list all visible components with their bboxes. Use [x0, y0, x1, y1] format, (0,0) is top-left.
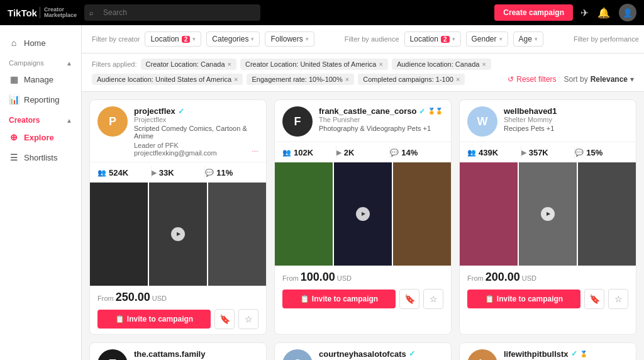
audience-location-filter-button[interactable]: Location 2 ▾	[404, 31, 461, 47]
filter-tag-5-remove[interactable]: ×	[345, 76, 349, 83]
avatar[interactable]: 👤	[619, 4, 636, 21]
filter-tag-6-remove[interactable]: ×	[456, 76, 460, 83]
creator-name: the.cattams.family	[134, 349, 205, 359]
avatar-placeholder: P	[97, 106, 128, 137]
campaigns-section-label: Campaigns	[9, 59, 44, 67]
verified-icon: ✓	[409, 349, 415, 358]
followers-filter-button[interactable]: Followers ▾	[265, 31, 314, 47]
creator-card: L lifewithpitbullstx ✓ 🏅 Life with Pitbu…	[459, 342, 636, 360]
engagement-value: 11%	[216, 168, 233, 177]
star-button[interactable]: ☆	[608, 289, 628, 309]
categories-filter-button[interactable]: Categories ▾	[206, 31, 260, 47]
campaigns-chevron-icon[interactable]: ▲	[66, 60, 72, 67]
card-stats: 👥 439K ▶ 357K 💬 15%	[460, 142, 636, 162]
location-filter-button[interactable]: Location 2 ▾	[145, 31, 201, 47]
filter-bar: Filter by creator Location 2 ▾ Categorie…	[82, 25, 644, 53]
card-avatar: L	[467, 349, 497, 360]
card-profile: P projectflex ✓ Projectflex Scripted Com…	[97, 106, 258, 157]
card-header: T the.cattams.family The Cattams Family …	[90, 343, 266, 360]
creator-marketplace-label: CreatorMarketplace	[40, 7, 77, 18]
sidebar-section-creators: Creators ▲	[0, 110, 81, 127]
card-header: W wellbehaved1 Shelter Mommy Recipes Pet…	[460, 100, 636, 142]
sort-chevron-icon: ▾	[630, 75, 634, 84]
age-filter-button[interactable]: Age ▾	[513, 31, 543, 47]
video-thumbnail[interactable]	[90, 183, 148, 286]
sidebar-item-manage[interactable]: ▦ Manage	[0, 69, 81, 89]
reset-icon: ↺	[508, 75, 514, 84]
invite-to-campaign-button[interactable]: 📋 Invite to campaign	[282, 290, 396, 308]
views-value: 33K	[159, 168, 174, 177]
invite-to-campaign-button[interactable]: 📋 Invite to campaign	[467, 290, 580, 308]
card-avatar: W	[467, 106, 497, 137]
send-icon[interactable]: ✈	[580, 7, 589, 19]
card-header: F frank_castle_cane_corso ✓ 🏅🏅 The Punis…	[275, 100, 451, 142]
filter-tag-5: Engagement rate: 10%-100% ×	[247, 74, 354, 85]
card-videos	[275, 162, 451, 266]
video-thumbnail[interactable]	[460, 162, 518, 266]
categories-chevron-icon: ▾	[251, 36, 254, 42]
video-thumbnail[interactable]	[578, 162, 636, 266]
card-profile: T the.cattams.family The Cattams Family …	[97, 349, 258, 360]
filter-tag-3-remove[interactable]: ×	[482, 60, 486, 68]
invite-to-campaign-button[interactable]: 📋 Invite to campaign	[97, 310, 211, 329]
sort-by-control[interactable]: Sort by Relevance ▾	[564, 75, 634, 84]
sidebar-item-shortlists[interactable]: ☰ Shortlists	[0, 147, 81, 167]
performance-filter-label: Filter by performance	[574, 35, 639, 43]
star-button[interactable]: ☆	[423, 289, 443, 309]
notification-icon[interactable]: 🔔	[597, 7, 610, 19]
sidebar-item-explore[interactable]: ⊕ Explore	[0, 127, 81, 147]
filter-tag-2-remove[interactable]: ×	[379, 60, 382, 68]
manage-icon: ▦	[9, 74, 19, 84]
filter-tag-2-text: Creator Location: United States of Ameri…	[245, 60, 377, 68]
card-handle: The Punisher	[319, 116, 443, 123]
age-chevron-icon: ▾	[535, 36, 538, 42]
filter-tag-4-remove[interactable]: ×	[234, 76, 238, 83]
search-input[interactable]	[84, 4, 260, 21]
bookmark-button[interactable]: 🔖	[584, 289, 604, 309]
video-thumbnail[interactable]	[519, 162, 577, 266]
invite-label: Invite to campaign	[127, 315, 193, 323]
views-stat: ▶ 33K	[152, 168, 205, 177]
reset-filters-button[interactable]: ↺ Reset filters	[508, 75, 556, 84]
card-profile: C courtneyhasalotofcats ✓ Courtney Lewis…	[282, 349, 443, 360]
creator-cards-grid: P projectflex ✓ Projectflex Scripted Com…	[82, 92, 644, 360]
creator-card: C courtneyhasalotofcats ✓ Courtney Lewis…	[274, 342, 452, 360]
price-amount: 200.00	[486, 271, 520, 284]
video-thumbnail[interactable]	[208, 183, 266, 286]
bookmark-button[interactable]: 🔖	[214, 309, 235, 329]
video-thumbnail[interactable]	[275, 162, 333, 266]
creator-filter-group: Filter by creator Location 2 ▾ Categorie…	[92, 31, 314, 47]
star-button[interactable]: ☆	[238, 309, 258, 329]
sort-value: Relevance	[591, 75, 628, 84]
video-thumbnail[interactable]	[149, 183, 207, 286]
filter-tag-1-remove[interactable]: ×	[228, 60, 231, 68]
followers-icon: 👥	[97, 169, 106, 177]
followers-stat: 👥 439K	[467, 148, 521, 157]
card-info: lifewithpitbullstx ✓ 🏅 Life with Pitbull…	[504, 349, 628, 360]
sidebar-explore-label: Explore	[24, 133, 54, 142]
price-amount: 100.00	[301, 271, 335, 284]
create-campaign-button[interactable]: Create campaign	[494, 4, 573, 21]
gender-filter-button[interactable]: Gender ▾	[466, 31, 508, 47]
avatar-placeholder: L	[467, 349, 497, 360]
sidebar-shortlists-label: Shortlists	[24, 153, 57, 162]
card-handle: Shelter Mommy	[504, 116, 628, 123]
price-currency: USD	[152, 295, 167, 302]
followers-filter-label: Followers	[270, 35, 303, 43]
followers-chevron-icon: ▾	[306, 36, 309, 42]
card-name: the.cattams.family	[134, 349, 258, 359]
filter-tag-6: Completed campaigns: 1-100 ×	[358, 74, 465, 85]
sidebar-item-home[interactable]: ⌂ Home	[0, 33, 81, 53]
sidebar-item-reporting[interactable]: 📊 Reporting	[0, 89, 81, 110]
more-link[interactable]: …	[252, 145, 258, 153]
verified-icon: ✓	[419, 107, 425, 116]
card-avatar: T	[97, 349, 128, 360]
video-thumbnail[interactable]	[334, 162, 392, 266]
creators-chevron-icon[interactable]: ▲	[66, 117, 72, 124]
bookmark-button[interactable]: 🔖	[399, 289, 419, 309]
card-profile: F frank_castle_cane_corso ✓ 🏅🏅 The Punis…	[282, 106, 443, 137]
reporting-icon: 📊	[9, 94, 19, 104]
followers-value: 102K	[294, 148, 313, 157]
price-currency: USD	[337, 274, 352, 282]
video-thumbnail[interactable]	[393, 162, 451, 266]
